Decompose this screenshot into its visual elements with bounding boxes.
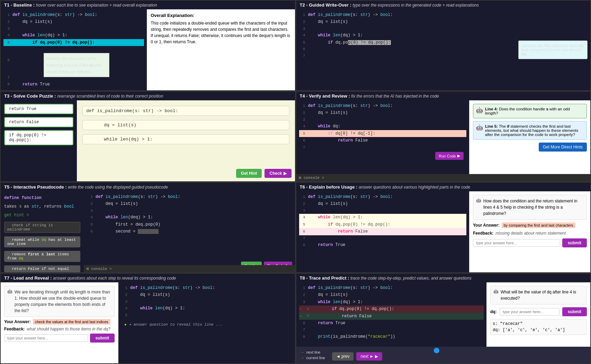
t4-robot-icon-2: 🤖 (476, 124, 483, 137)
t6-your-answer-row: Your Answer: by comparing the first and … (473, 222, 587, 228)
t3-body: return True return False if dq.pop(0) !=… (1, 100, 295, 181)
t6-line-8: 8 return True (299, 242, 467, 248)
t4-line-5[interactable]: 5 if dq[0] != dq[-1]: (299, 130, 467, 137)
t8-dq-input[interactable] (500, 308, 559, 316)
t4-run-code-label: Run Code (439, 154, 456, 158)
t8-line-8: 8 print(is_palindrome("racecar")) (299, 333, 484, 340)
t5-cell: T5 - Interactive Pseudocode : write the … (0, 182, 296, 273)
t2-tooltip: removes the first character from dq and … (518, 40, 588, 59)
t4-run-code-bar: Run Code ▶ (299, 151, 467, 161)
t6-body: 1 def is_palindrome(s: str) -> bool: 2 d… (296, 191, 591, 272)
t6-header: T6 - Explain before Usage : answer quest… (296, 183, 591, 191)
t7-feedback-row: Feedback: what should happen to those it… (4, 327, 115, 331)
t7-body: 🤖 We are iterating through until dq leng… (1, 282, 295, 363)
t8-submit-button[interactable]: submit (562, 307, 587, 316)
t5-code-1: 1 def is_palindrome(s: str) -> bool: (87, 193, 292, 200)
t6-line-2: 2 dq = list(s) (299, 200, 467, 207)
t8-line-5: → 5 return False (299, 313, 484, 320)
t8-slider-thumb (434, 348, 439, 353)
t4-line-4: 4 while dq: (299, 123, 467, 130)
t8-prev-button[interactable]: ◄ prev (332, 352, 354, 361)
t6-feedback-text: missing details about return statement (495, 231, 566, 236)
t8-red-arrow: → (301, 350, 304, 354)
t7-code-4: 4 while len(dq) > 1: (121, 305, 292, 312)
t8-green-arrow: → (301, 356, 304, 360)
t5-pseudo-chip-2: remove first & last items from dq (4, 251, 80, 262)
t6-question-box: 🤖 How does the condition and the return … (473, 195, 587, 220)
t3-btn-row: Get Hint Check ▶ (236, 169, 292, 178)
t1-overall-title: Overall Explanation: (151, 13, 291, 18)
t8-legend: → next line → current line (301, 350, 325, 360)
t4-header: T4 - Verify and Review : fix the errors … (296, 92, 591, 100)
t4-line-2: 2 dq = list(s) (299, 109, 467, 116)
t6-line-6: 6 return False (299, 228, 467, 235)
t4-subtitle: fix the errors that the AI has injected … (351, 94, 439, 99)
t4-run-code-button[interactable]: Run Code ▶ (435, 152, 464, 160)
t2-subtitle: type over the expressions in the generat… (352, 3, 479, 8)
t7-title: T7 - Lead and Reveal : (4, 275, 52, 281)
t4-direct-hints-button[interactable]: Get More Direct Hints (539, 143, 587, 152)
t6-cell: T6 - Explain before Usage : answer quest… (296, 182, 591, 273)
t6-qa-panel: 🤖 How does the condition and the return … (469, 191, 590, 272)
code-line-3: 3 (3, 26, 144, 32)
t8-bottom-controls: → next line → current line ◄ prev (296, 347, 591, 363)
t8-line-3: 3 while len(dq) > 1: (299, 299, 484, 306)
t1-header: T1 - Baseline : hover over each line to … (1, 1, 295, 9)
t6-line-1: 1 def is_palindrome(s: str) -> bool: (299, 193, 467, 200)
t5-pseudo-chip-1: repeat while dq has at least one item (4, 236, 80, 247)
t8-cell: T8 - Trace and Predict : trace the code … (296, 273, 591, 364)
t2-line-1: 1 def is_palindrome(s: str) -> bool: (299, 11, 588, 18)
t8-current-line-item: → current line (301, 356, 325, 360)
t5-code-4: 4 while len(deq) > 1: (87, 214, 292, 221)
t8-question-box: 🤖 What will be the value of dq after lin… (490, 286, 587, 304)
t8-qa-panel: 🤖 What will be the value of dq after lin… (486, 282, 590, 347)
t8-play-icon: ▶ (375, 354, 378, 359)
t1-overall-text: This code initializes a double-ended que… (151, 20, 291, 45)
t7-input-row: submit (4, 334, 115, 343)
t8-slider-section: ◄ prev next ► ▶ (332, 349, 586, 361)
t7-answer-input[interactable] (4, 334, 88, 342)
t3-hint-button[interactable]: Get Hint (236, 169, 262, 178)
t6-feedback-label: Feedback: (473, 231, 493, 236)
t4-line-6: 6 return False (299, 137, 467, 144)
t6-answer-input[interactable] (473, 239, 560, 247)
t7-code-3: 3 (121, 299, 292, 305)
main-grid: T1 - Baseline : hover over each line to … (0, 0, 591, 364)
t2-line-2: 2 dq = list(s) (299, 18, 588, 25)
t8-dq-label: dq: (490, 309, 497, 314)
t5-pseudo-2[interactable]: get hint > (4, 212, 80, 219)
t8-line-7: 7 (299, 327, 484, 333)
code-line-2: 2 dq = list(s) (3, 18, 144, 25)
t7-header: T7 - Lead and Reveal : answer questions … (1, 274, 295, 282)
t8-dq-var: dq: ['a', 'c', 'e', 'c', 'a'] (493, 328, 584, 333)
t7-cell: T7 - Lead and Reveal : answer questions … (0, 273, 296, 364)
t4-line-3: 3 (299, 117, 467, 123)
t2-code: 1 def is_palindrome(s: str) -> bool: 2 d… (296, 9, 591, 90)
t3-header: T3 - Solve Code Puzzle : rearrange scram… (1, 92, 295, 100)
t1-subtitle: hover over each line to see explanation … (36, 3, 157, 8)
t6-title: T6 - Explain before Usage : (300, 184, 358, 190)
t8-arrow-red: → (299, 306, 302, 312)
t5-console[interactable]: ⊞ console > (84, 265, 295, 272)
t6-line-5: 5 if dq.pop(0) != dq.pop(): (299, 221, 467, 228)
t5-code-2: 2 deq = list(s) (87, 200, 292, 207)
t8-subtitle: trace the code step-by-step, predict val… (350, 276, 472, 281)
t5-pseudocode: define function takes s as str, returns … (1, 191, 84, 272)
t4-robot-icon-1: 🤖 (476, 107, 483, 115)
t6-code: 1 def is_palindrome(s: str) -> bool: 2 d… (296, 191, 469, 272)
t6-submit-button[interactable]: submit (562, 238, 587, 247)
t3-chip-0[interactable]: return True (4, 104, 73, 114)
t1-explanation: Overall Explanation: This code initializ… (147, 9, 295, 90)
t3-chip-1[interactable]: return False (4, 117, 73, 127)
t4-cell: T4 - Verify and Review : fix the errors … (296, 91, 591, 182)
t4-line-1: 1 def is_palindrome(s: str) -> bool: (299, 102, 467, 109)
t1-code: 1 def is_palindrome(s: str) -> bool: 2 d… (1, 9, 147, 90)
code-line-6: 6 retur removes the characters at the be… (3, 46, 144, 74)
t7-reveal-text: ✦ answer question to reveal this line ..… (129, 322, 223, 327)
t4-console[interactable]: ⊞ console > (296, 174, 591, 181)
t8-next-button[interactable]: next ► ▶ (356, 352, 382, 361)
t3-check-button[interactable]: Check ▶ (265, 169, 291, 178)
t1-body: 1 def is_palindrome(s: str) -> bool: 2 d… (1, 9, 295, 90)
t7-submit-button[interactable]: submit (90, 334, 115, 343)
t3-chip-2[interactable]: if dq.pop(0) != dq.pop(): (4, 130, 73, 145)
